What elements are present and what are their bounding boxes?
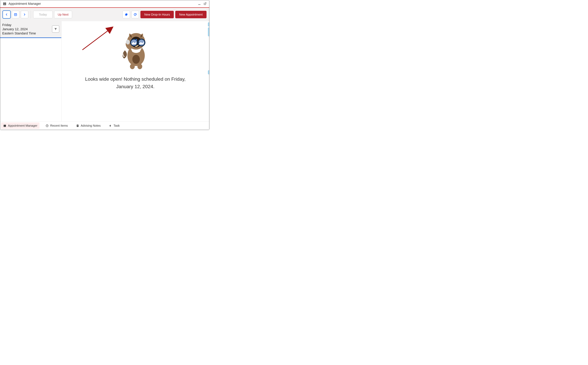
edge-tab[interactable] — [208, 70, 209, 74]
clock-icon — [46, 124, 49, 127]
tab-label: Task — [114, 124, 120, 127]
svg-text:1: 1 — [5, 126, 5, 127]
filter-button[interactable] — [52, 25, 59, 33]
svg-point-8 — [15, 14, 15, 15]
next-day-button[interactable] — [21, 11, 28, 18]
up-next-button[interactable]: Up Next — [54, 11, 72, 18]
edge-tab[interactable] — [208, 27, 209, 36]
title-bar: 1 Appointment Manager — [0, 0, 209, 8]
previous-day-button[interactable] — [3, 11, 10, 18]
tab-task[interactable]: Task — [107, 122, 122, 129]
calendar-icon: 1 — [3, 124, 7, 127]
svg-point-9 — [15, 14, 16, 15]
svg-point-18 — [130, 64, 135, 69]
svg-point-19 — [137, 64, 142, 69]
svg-point-17 — [132, 55, 140, 64]
new-dropin-button[interactable]: New Drop-In Hours — [140, 11, 174, 18]
popout-button[interactable] — [203, 2, 207, 6]
empty-state-message: Looks wide open! Nothing scheduled on Fr… — [74, 76, 197, 90]
mascot-illustration — [120, 29, 151, 70]
settings-button[interactable] — [122, 11, 130, 18]
status-bar: 1 Appointment Manager Recent Items Advis… — [0, 121, 209, 130]
svg-point-13 — [16, 15, 16, 15]
tab-label: Recent Items — [50, 124, 68, 127]
sidebar-empty — [0, 38, 61, 130]
refresh-button[interactable] — [131, 11, 139, 18]
svg-rect-33 — [4, 124, 4, 125]
svg-rect-32 — [4, 125, 6, 126]
svg-rect-38 — [77, 125, 78, 125]
svg-text:1: 1 — [4, 3, 5, 5]
svg-rect-15 — [16, 13, 16, 14]
svg-rect-34 — [5, 124, 6, 125]
current-timezone: Eastern Standard Time — [2, 31, 36, 35]
edge-tab[interactable] — [208, 22, 209, 27]
svg-point-23 — [126, 40, 130, 44]
svg-rect-14 — [15, 13, 15, 14]
svg-point-12 — [15, 15, 16, 15]
toolbar: Today Up Next New Drop-In Hours New Appo… — [0, 8, 209, 21]
sidebar: Friday January 12, 2024 Eastern Standard… — [0, 21, 61, 130]
tab-recent-items[interactable]: Recent Items — [43, 122, 70, 129]
notes-icon — [76, 124, 79, 127]
svg-rect-2 — [4, 2, 4, 3]
svg-rect-40 — [77, 126, 78, 126]
content-area: Friday January 12, 2024 Eastern Standard… — [0, 21, 209, 130]
current-day: Friday — [2, 23, 36, 27]
svg-rect-39 — [77, 126, 78, 126]
new-appointment-button[interactable]: New Appointment — [175, 11, 207, 18]
calendar-picker-button[interactable] — [12, 11, 19, 18]
current-date: January 12, 2024 — [2, 27, 36, 31]
svg-rect-3 — [5, 2, 6, 3]
toolbar-divider — [31, 10, 31, 19]
main-panel: Looks wide open! Nothing scheduled on Fr… — [61, 21, 209, 130]
tab-label: Advising Notes — [81, 124, 101, 127]
svg-point-28 — [136, 39, 137, 41]
svg-rect-29 — [137, 41, 139, 43]
edge-tabs — [208, 22, 209, 74]
minimize-button[interactable] — [197, 2, 202, 6]
svg-point-10 — [16, 14, 16, 15]
today-button[interactable]: Today — [33, 11, 53, 18]
tab-advising-notes[interactable]: Advising Notes — [74, 122, 103, 129]
app-window: 1 Appointment Manager — [0, 0, 209, 130]
date-header: Friday January 12, 2024 Eastern Standard… — [0, 21, 61, 38]
calendar-icon: 1 — [3, 2, 7, 6]
svg-point-11 — [15, 15, 15, 15]
bolt-icon — [109, 124, 112, 127]
tab-appointment-manager[interactable]: 1 Appointment Manager — [1, 122, 40, 129]
window-title: Appointment Manager — [8, 2, 41, 6]
tab-label: Appointment Manager — [8, 124, 37, 127]
